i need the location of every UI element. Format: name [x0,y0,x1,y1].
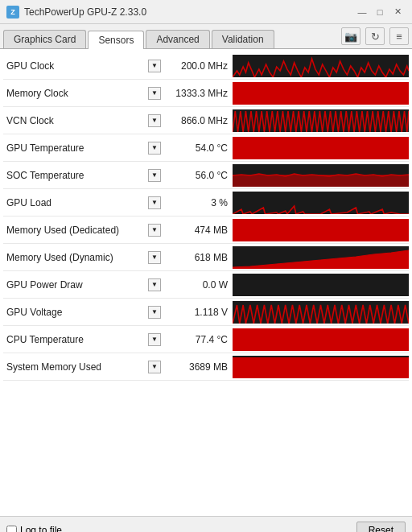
menu-icon-button[interactable]: ≡ [389,27,409,45]
sensor-graph-sys-mem [233,356,409,378]
sensor-row-mem-dynamic: Memory Used (Dynamic) ▼ 618 MB [3,244,409,271]
dropdown-memory-clock[interactable]: ▼ [148,87,161,100]
sensor-graph-mem-dedicated [233,219,409,241]
refresh-icon-button[interactable]: ↻ [365,27,385,45]
sensor-graph-cpu-temp [233,328,409,351]
sensor-row-soc-temp: SOC Temperature ▼ 56.0 °C [3,162,409,189]
sensor-name-sys-mem: System Memory Used ▼ [3,361,164,373]
svg-rect-7 [233,175,409,187]
dropdown-cpu-temp[interactable]: ▼ [148,333,161,346]
sensor-value-memory-clock: 1333.3 MHz [164,88,233,99]
sensor-row-gpu-clock: GPU Clock ▼ 200.0 MHz [3,52,409,80]
dropdown-mem-dedicated[interactable]: ▼ [148,224,161,237]
dropdown-gpu-temp[interactable]: ▼ [148,142,161,155]
sensor-graph-gpu-power [233,274,409,296]
sensor-row-gpu-temp: GPU Temperature ▼ 54.0 °C [3,134,409,162]
sensor-name-gpu-voltage: GPU Voltage ▼ [3,306,164,319]
tab-bar: Graphics Card Sensors Advanced Validatio… [0,24,412,49]
sensor-graph-gpu-clock [233,55,409,77]
sensor-name-gpu-temp: GPU Temperature ▼ [3,142,164,155]
reset-button[interactable]: Reset [356,522,406,532]
app-icon: Z [6,6,19,19]
svg-rect-15 [233,328,409,351]
sensor-content: GPU Clock ▼ 200.0 MHz Memory Clock ▼ 133… [0,49,412,419]
sensor-name-vcn-clock: VCN Clock ▼ [3,114,164,127]
svg-rect-0 [233,55,409,77]
dropdown-soc-temp[interactable]: ▼ [148,169,161,182]
dropdown-sys-mem[interactable]: ▼ [148,361,161,373]
app-title: TechPowerUp GPU-Z 2.33.0 [24,6,354,18]
sensor-value-gpu-voltage: 1.118 V [164,307,233,318]
dropdown-vcn-clock[interactable]: ▼ [148,114,161,127]
sensor-value-gpu-power: 0.0 W [164,279,233,291]
minimize-button[interactable]: — [354,5,370,19]
sensor-value-gpu-load: 3 % [164,197,233,208]
dropdown-mem-dynamic[interactable]: ▼ [148,251,161,264]
sensor-row-cpu-temp: CPU Temperature ▼ 77.4 °C [3,326,409,353]
sensor-name-mem-dynamic: Memory Used (Dynamic) ▼ [3,251,164,264]
sensor-value-sys-mem: 3689 MB [164,361,233,373]
sensor-name-gpu-load: GPU Load ▼ [3,196,164,209]
sensor-row-sys-mem: System Memory Used ▼ 3689 MB [3,353,409,381]
sensor-value-gpu-clock: 200.0 MHz [164,60,233,72]
window-controls: — □ ✕ [354,5,406,19]
toolbar-icons: 📷 ↻ ≡ [341,27,409,48]
camera-icon-button[interactable]: 📷 [341,27,360,45]
svg-rect-5 [233,137,409,159]
sensor-row-gpu-voltage: GPU Voltage ▼ 1.118 V [3,299,409,326]
sensor-value-vcn-clock: 866.0 MHz [164,115,233,126]
sensor-graph-gpu-temp [233,137,409,159]
footer-log-row: Log to file Reset [0,516,412,532]
close-window-button[interactable]: ✕ [389,5,406,19]
log-to-file-label[interactable]: Log to file [6,525,62,532]
sensor-name-cpu-temp: CPU Temperature ▼ [3,333,164,346]
sensor-value-soc-temp: 56.0 °C [164,170,233,181]
sensor-row-gpu-power: GPU Power Draw ▼ 0.0 W [3,271,409,299]
sensor-graph-memory-clock [233,82,409,105]
tab-sensors[interactable]: Sensors [88,31,144,49]
sensor-name-gpu-clock: GPU Clock ▼ [3,60,164,72]
sensor-value-mem-dedicated: 474 MB [164,225,233,236]
svg-rect-2 [233,82,409,105]
svg-rect-12 [233,274,409,296]
sensor-row-mem-dedicated: Memory Used (Dedicated) ▼ 474 MB [3,217,409,244]
sensor-graph-gpu-voltage [233,301,409,324]
sensor-name-mem-dedicated: Memory Used (Dedicated) ▼ [3,224,164,237]
svg-rect-17 [233,357,409,378]
sensor-name-memory-clock: Memory Clock ▼ [3,87,164,100]
sensor-graph-gpu-load [233,192,409,214]
svg-rect-10 [233,219,409,241]
sensor-row-gpu-load: GPU Load ▼ 3 % [3,189,409,217]
sensor-row-vcn-clock: VCN Clock ▼ 866.0 MHz [3,107,409,134]
tab-validation[interactable]: Validation [212,30,274,48]
tab-advanced[interactable]: Advanced [146,30,209,48]
sensor-value-cpu-temp: 77.4 °C [164,334,233,345]
sensor-value-gpu-temp: 54.0 °C [164,142,233,154]
maximize-button[interactable]: □ [372,5,388,19]
sensor-name-gpu-power: GPU Power Draw ▼ [3,278,164,291]
log-to-file-checkbox[interactable] [6,526,17,533]
dropdown-gpu-clock[interactable]: ▼ [148,60,161,72]
dropdown-gpu-load[interactable]: ▼ [148,196,161,209]
tab-graphics-card[interactable]: Graphics Card [3,30,86,48]
dropdown-gpu-power[interactable]: ▼ [148,278,161,291]
sensor-name-soc-temp: SOC Temperature ▼ [3,169,164,182]
sensor-row-memory-clock: Memory Clock ▼ 1333.3 MHz [3,80,409,107]
title-bar: Z TechPowerUp GPU-Z 2.33.0 — □ ✕ [0,0,412,24]
log-to-file-text: Log to file [20,525,62,532]
spacer-area [0,419,412,516]
sensor-graph-vcn-clock [233,109,409,132]
dropdown-gpu-voltage[interactable]: ▼ [148,306,161,319]
sensor-graph-soc-temp [233,164,409,187]
sensor-graph-mem-dynamic [233,246,409,269]
sensor-value-mem-dynamic: 618 MB [164,252,233,263]
